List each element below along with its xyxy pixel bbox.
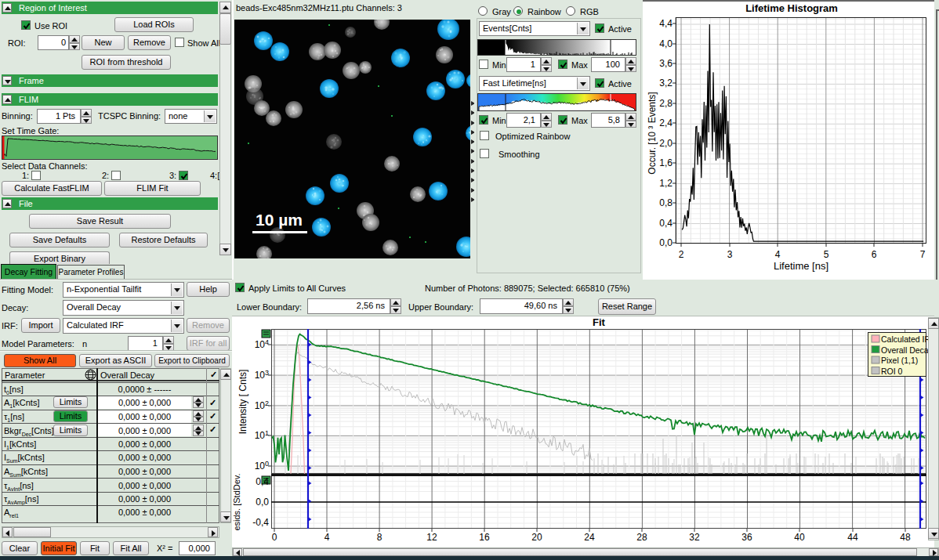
- svg-text:0,4: 0,4: [256, 476, 269, 487]
- svg-text:Fit: Fit: [593, 316, 606, 328]
- svg-text:44: 44: [847, 532, 858, 543]
- svg-text:0: 0: [272, 532, 277, 543]
- svg-text:10 µm: 10 µm: [256, 211, 303, 229]
- svg-text:103: 103: [255, 369, 269, 381]
- svg-text:24: 24: [584, 532, 595, 543]
- svg-text:4,0: 4,0: [659, 38, 673, 49]
- svg-text:4,4: 4,4: [659, 18, 673, 29]
- svg-text:102: 102: [255, 399, 269, 411]
- svg-text:1,6: 1,6: [659, 157, 673, 168]
- svg-text:Occur. [10 ³ Events]: Occur. [10 ³ Events]: [647, 92, 658, 174]
- svg-text:28: 28: [636, 532, 647, 543]
- svg-text:0,0: 0,0: [659, 237, 673, 248]
- svg-text:3: 3: [727, 249, 733, 260]
- svg-text:Pixel (1,1): Pixel (1,1): [881, 356, 918, 365]
- svg-text:40: 40: [794, 532, 805, 543]
- svg-text:100: 100: [255, 460, 269, 471]
- svg-text:0,0: 0,0: [256, 497, 269, 508]
- svg-text:-0,4: -0,4: [252, 517, 269, 528]
- svg-text:6: 6: [872, 249, 877, 260]
- svg-text:0,4: 0,4: [659, 218, 673, 229]
- svg-text:4: 4: [324, 532, 330, 543]
- svg-text:4: 4: [775, 249, 781, 260]
- svg-text:20: 20: [531, 532, 542, 543]
- svg-text:Lifetime [ns]: Lifetime [ns]: [774, 260, 828, 272]
- svg-text:Intensity [ Cnts]: Intensity [ Cnts]: [237, 370, 248, 435]
- svg-text:0,8: 0,8: [659, 197, 673, 208]
- svg-text:Overall Decay: Overall Decay: [881, 345, 934, 355]
- svg-text:8: 8: [377, 532, 382, 543]
- svg-text:7: 7: [920, 249, 926, 260]
- svg-text:104: 104: [255, 338, 269, 350]
- svg-text:36: 36: [741, 532, 752, 543]
- svg-text:16: 16: [479, 532, 490, 543]
- svg-text:Lifetime Histogram: Lifetime Histogram: [745, 2, 838, 14]
- svg-text:3,2: 3,2: [659, 78, 673, 89]
- svg-text:3,6: 3,6: [659, 58, 673, 69]
- svg-text:48: 48: [900, 532, 911, 543]
- svg-text:2: 2: [679, 249, 684, 260]
- svg-text:2,0: 2,0: [659, 138, 673, 149]
- svg-text:1,2: 1,2: [659, 178, 673, 189]
- svg-text:Calculated IRF: Calculated IRF: [881, 334, 934, 344]
- svg-text:2,4: 2,4: [659, 117, 673, 128]
- svg-text:esids. [StdDev.: esids. [StdDev.: [232, 473, 241, 530]
- svg-text:ROI 0: ROI 0: [881, 367, 903, 376]
- svg-text:12: 12: [426, 532, 437, 543]
- svg-text:5: 5: [824, 249, 829, 260]
- svg-text:101: 101: [255, 429, 269, 441]
- svg-text:2,8: 2,8: [659, 98, 673, 109]
- svg-text:32: 32: [689, 532, 700, 543]
